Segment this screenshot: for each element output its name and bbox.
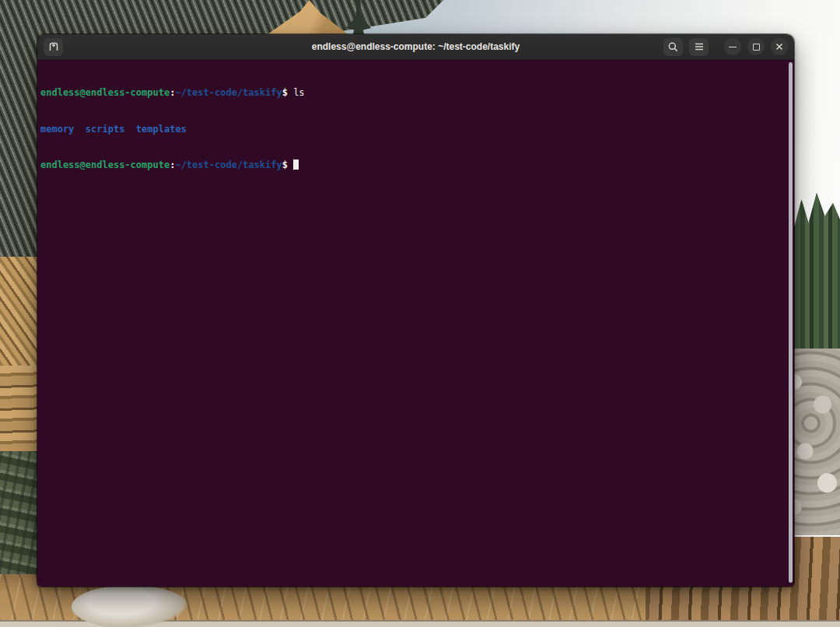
- terminal-window: endless@endless-compute: ~/test-code/tas…: [37, 34, 794, 587]
- prompt-symbol: $: [282, 87, 288, 98]
- prompt-user-host: endless@endless-compute: [40, 159, 170, 170]
- wallpaper-left-beams: [0, 366, 40, 459]
- terminal-line-prompt-2: endless@endless-compute:~/test-code/task…: [40, 159, 783, 172]
- prompt-user-host: endless@endless-compute: [40, 87, 170, 98]
- wallpaper-stone: [72, 585, 188, 627]
- prompt-path: ~/test-code/taskify: [175, 159, 282, 170]
- menu-button[interactable]: [689, 38, 709, 56]
- directory-name: scripts: [86, 124, 125, 135]
- prompt-path: ~/test-code/taskify: [175, 87, 282, 98]
- maximize-icon: [753, 44, 760, 51]
- terminal-body[interactable]: endless@endless-compute:~/test-code/task…: [37, 60, 794, 587]
- minimize-icon: [729, 47, 737, 47]
- typed-command: ls: [293, 87, 304, 98]
- directory-name: memory: [40, 124, 74, 135]
- new-tab-button[interactable]: [44, 38, 63, 56]
- close-button[interactable]: [771, 38, 788, 55]
- window-title: endless@endless-compute: ~/test-code/tas…: [312, 41, 520, 52]
- hamburger-menu-icon: [694, 42, 705, 51]
- wallpaper-left-shingles: [0, 257, 40, 373]
- terminal-line-prompt-1: endless@endless-compute:~/test-code/task…: [40, 87, 783, 100]
- terminal-cursor: [293, 159, 299, 170]
- minimize-button[interactable]: [724, 38, 741, 55]
- window-titlebar[interactable]: endless@endless-compute: ~/test-code/tas…: [37, 34, 794, 60]
- new-tab-icon: [47, 40, 60, 53]
- directory-name: templates: [136, 124, 187, 135]
- maximize-button[interactable]: [747, 38, 765, 55]
- search-button[interactable]: [663, 38, 683, 56]
- search-icon: [667, 41, 679, 53]
- terminal-scrollbar[interactable]: [789, 62, 793, 583]
- terminal-line-ls-output: memoryscriptstemplates: [40, 124, 783, 136]
- prompt-symbol: $: [282, 159, 288, 170]
- close-icon: [775, 42, 784, 51]
